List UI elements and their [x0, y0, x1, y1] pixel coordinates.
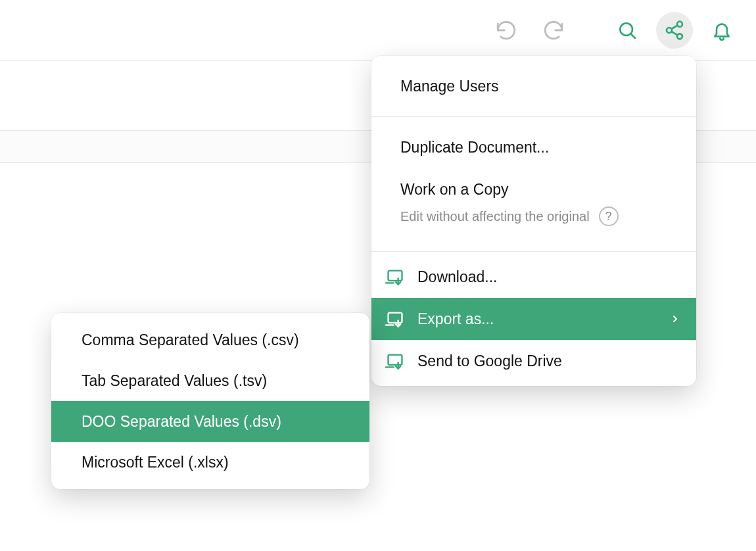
- submenu-item-csv[interactable]: Comma Separated Values (.csv): [51, 320, 369, 360]
- menu-item-label: Manage Users: [400, 78, 680, 95]
- svg-line-6: [671, 32, 677, 35]
- submenu-item-tsv[interactable]: Tab Separated Values (.tsv): [51, 360, 369, 401]
- cloud-export-icon: [386, 352, 404, 370]
- menu-note-work-on-copy: Edit without affecting the original ?: [371, 206, 696, 242]
- menu-item-label: Work on a Copy: [400, 181, 680, 199]
- undo-icon: [495, 19, 517, 41]
- chevron-right-icon: [670, 314, 680, 324]
- svg-rect-9: [389, 313, 402, 323]
- submenu-item-label: Comma Separated Values (.csv): [82, 331, 299, 349]
- submenu-item-label: DOO Separated Values (.dsv): [82, 413, 281, 431]
- submenu-item-xlsx[interactable]: Microsoft Excel (.xlsx): [51, 442, 369, 483]
- menu-item-label: Export as...: [417, 310, 667, 328]
- share-icon: [664, 20, 685, 41]
- svg-line-5: [671, 26, 677, 29]
- svg-rect-7: [389, 271, 402, 281]
- share-menu: Manage Users Duplicate Document... Work …: [371, 56, 696, 386]
- download-icon: [386, 268, 404, 286]
- menu-item-label: Download...: [417, 268, 680, 286]
- menu-item-duplicate-document[interactable]: Duplicate Document...: [371, 126, 696, 168]
- toolbar: [0, 0, 756, 61]
- search-icon: [617, 20, 638, 41]
- svg-rect-11: [389, 355, 402, 365]
- menu-item-send-to-google-drive[interactable]: Send to Google Drive: [371, 340, 696, 382]
- menu-item-work-on-copy[interactable]: Work on a Copy: [371, 168, 696, 210]
- submenu-item-label: Microsoft Excel (.xlsx): [82, 454, 229, 471]
- search-button[interactable]: [609, 12, 646, 49]
- menu-item-label: Duplicate Document...: [400, 139, 680, 156]
- menu-note-text: Edit without affecting the original: [400, 209, 590, 224]
- submenu-item-dsv[interactable]: DOO Separated Values (.dsv): [51, 401, 369, 442]
- submenu-item-label: Tab Separated Values (.tsv): [82, 372, 267, 390]
- export-icon: [386, 310, 404, 328]
- export-as-submenu: Comma Separated Values (.csv) Tab Separa…: [51, 313, 369, 489]
- share-button[interactable]: [656, 12, 693, 49]
- undo-button[interactable]: [488, 12, 525, 49]
- menu-item-manage-users[interactable]: Manage Users: [371, 65, 696, 107]
- svg-line-1: [631, 34, 635, 38]
- menu-item-download[interactable]: Download...: [371, 256, 696, 298]
- redo-button[interactable]: [535, 12, 572, 49]
- notifications-button[interactable]: [703, 12, 740, 49]
- redo-icon: [542, 19, 565, 41]
- menu-item-export-as[interactable]: Export as...: [371, 298, 696, 340]
- bell-icon: [711, 20, 732, 41]
- menu-item-label: Send to Google Drive: [417, 352, 680, 370]
